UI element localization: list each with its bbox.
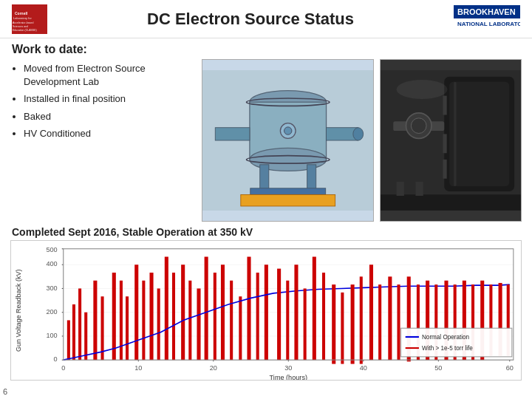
svg-text:BROOKHAVEN: BROOKHAVEN	[457, 7, 516, 16]
svg-text:300: 300	[46, 283, 57, 291]
svg-text:20: 20	[210, 364, 217, 372]
svg-text:0: 0	[54, 355, 58, 363]
svg-rect-17	[260, 165, 269, 191]
svg-text:Cornell: Cornell	[15, 11, 28, 16]
header: Cornell Laboratory for Accelerator-based…	[0, 0, 532, 38]
chart-container: Gun Voltage Readback (kV) 0 100 200	[10, 240, 522, 381]
svg-rect-98	[277, 269, 281, 361]
page-number: 6	[3, 387, 7, 396]
svg-rect-84	[157, 288, 160, 360]
svg-rect-93	[230, 281, 233, 360]
svg-rect-100	[294, 265, 298, 360]
svg-text:40: 40	[360, 364, 367, 372]
svg-rect-27	[449, 82, 509, 186]
svg-rect-106	[351, 284, 355, 364]
svg-rect-79	[120, 281, 123, 360]
svg-text:Normal Operation: Normal Operation	[422, 333, 469, 341]
svg-text:30: 30	[284, 364, 292, 372]
svg-rect-87	[181, 265, 185, 360]
chart-svg: 0 100 200 300 400 500	[26, 241, 521, 380]
svg-rect-88	[188, 281, 191, 360]
svg-text:10: 10	[134, 364, 142, 372]
svg-rect-16	[215, 128, 250, 140]
y-axis-label: Gun Voltage Readback (kV)	[11, 241, 26, 380]
bullet-list: Moved from Electron Source Development L…	[10, 59, 196, 145]
svg-text:500: 500	[46, 245, 57, 253]
svg-rect-35	[381, 194, 521, 211]
bullet-item-1: Moved from Electron Source Development L…	[24, 62, 196, 88]
cornell-logo: Cornell Laboratory for Accelerator-based…	[12, 4, 47, 34]
svg-rect-19	[250, 188, 326, 195]
svg-rect-18	[307, 165, 316, 191]
main-content: Work to date: Moved from Electron Source…	[0, 38, 532, 383]
svg-rect-29	[443, 134, 447, 153]
svg-rect-86	[172, 273, 175, 360]
svg-rect-85	[165, 256, 168, 360]
svg-rect-104	[332, 284, 335, 364]
svg-rect-125	[401, 328, 512, 357]
svg-rect-94	[239, 296, 242, 360]
bullet-item-2: Installed in final position	[24, 92, 196, 106]
svg-rect-22	[241, 194, 335, 206]
bullet-item-4: HV Conditioned	[24, 127, 196, 140]
svg-rect-103	[322, 273, 325, 360]
bottom-section: Completed Sept 2016, Stable Operation at…	[10, 226, 522, 381]
svg-text:50: 50	[434, 364, 442, 372]
svg-text:Sciences and: Sciences and	[13, 25, 28, 28]
svg-rect-83	[150, 273, 154, 360]
svg-rect-91	[214, 273, 216, 360]
svg-rect-77	[101, 296, 104, 360]
svg-text:100: 100	[46, 331, 57, 339]
svg-text:400: 400	[46, 259, 57, 267]
svg-text:60: 60	[506, 364, 514, 372]
svg-rect-72	[67, 320, 70, 360]
svg-rect-78	[112, 273, 116, 360]
chart-title: Completed Sept 2016, Stable Operation at…	[12, 226, 522, 238]
svg-rect-81	[134, 265, 138, 360]
svg-rect-30	[443, 160, 447, 179]
svg-rect-74	[78, 288, 81, 360]
chart-inner: 0 100 200 300 400 500	[26, 241, 521, 380]
cornell-logo-container: Cornell Laboratory for Accelerator-based…	[12, 4, 47, 34]
svg-text:0: 0	[61, 364, 65, 372]
svg-rect-28	[443, 96, 447, 115]
svg-rect-92	[221, 265, 225, 360]
svg-rect-109	[378, 284, 381, 360]
svg-rect-89	[197, 288, 200, 360]
bnl-logo: BROOKHAVEN NATIONAL LABORATORY	[454, 5, 520, 33]
svg-point-38	[397, 80, 448, 99]
svg-rect-90	[205, 256, 208, 360]
svg-text:Accelerator-based: Accelerator-based	[13, 21, 33, 24]
svg-text:Education (CLASSE): Education (CLASSE)	[13, 29, 37, 32]
top-section: Moved from Electron Source Development L…	[10, 59, 522, 222]
svg-point-33	[412, 118, 427, 134]
svg-rect-37	[416, 182, 423, 196]
bullet-item-3: Baked	[24, 110, 196, 123]
svg-rect-97	[265, 265, 268, 360]
svg-rect-107	[360, 276, 363, 364]
svg-rect-110	[388, 276, 392, 360]
page-title: DC Electron Source Status	[47, 10, 454, 29]
svg-rect-102	[313, 256, 316, 360]
svg-rect-105	[341, 293, 344, 364]
svg-point-15	[353, 128, 364, 140]
svg-rect-101	[304, 288, 307, 360]
svg-rect-96	[256, 273, 259, 360]
cad-image	[202, 59, 374, 222]
svg-point-24	[284, 127, 291, 134]
svg-rect-36	[397, 182, 404, 196]
svg-text:Time (hours): Time (hours)	[270, 373, 307, 380]
svg-rect-73	[72, 304, 75, 360]
svg-rect-80	[126, 296, 129, 360]
svg-rect-99	[286, 281, 289, 360]
svg-rect-75	[84, 313, 87, 360]
svg-rect-111	[398, 284, 400, 360]
work-title: Work to date:	[12, 43, 522, 56]
svg-rect-108	[369, 265, 373, 360]
svg-text:200: 200	[46, 307, 57, 316]
svg-text:Laboratory for: Laboratory for	[13, 16, 33, 20]
svg-rect-34	[454, 82, 456, 186]
svg-text:NATIONAL LABORATORY: NATIONAL LABORATORY	[457, 21, 520, 27]
photo-image	[380, 59, 522, 222]
svg-rect-76	[93, 281, 97, 360]
